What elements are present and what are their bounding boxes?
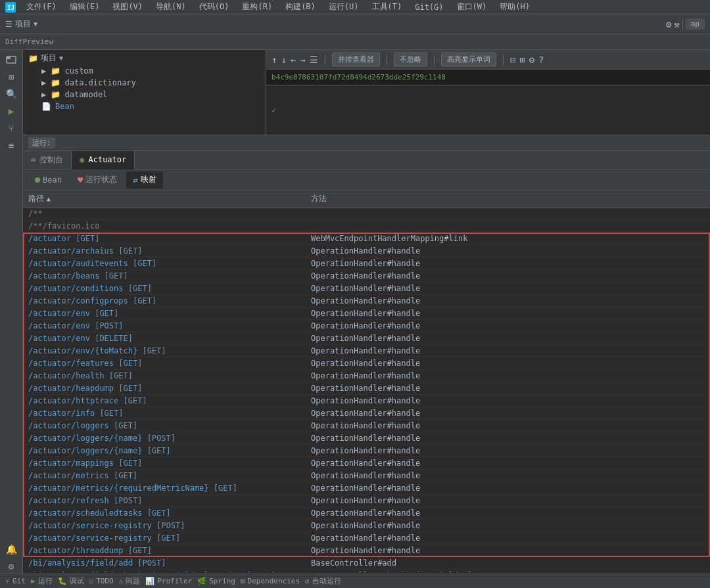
table-row-5[interactable]: /actuator/configprops [GET] OperationHan… xyxy=(23,295,710,307)
table-row-21[interactable]: /actuator/refresh [POST] OperationHandle… xyxy=(23,495,710,507)
table-row-3[interactable]: /actuator/beans [GET] OperationHandler#h… xyxy=(23,270,710,283)
diff-panel-icon[interactable]: ⊞ xyxy=(519,55,525,65)
table-row-15[interactable]: /actuator/loggers [GET] OperationHandler… xyxy=(23,420,710,432)
sidebar-project-icon[interactable] xyxy=(4,53,18,67)
menu-code[interactable]: 代码(O) xyxy=(197,0,232,14)
spring-status[interactable]: 🌿 Spring xyxy=(197,577,235,585)
sub-tab-run-status[interactable]: ♥ 运行状态 xyxy=(71,171,124,189)
todo-status[interactable]: ☑ TODO xyxy=(89,577,114,585)
menu-file[interactable]: 文件(F) xyxy=(24,0,59,14)
table-row-7[interactable]: /actuator/env [POST] OperationHandler#ha… xyxy=(23,320,710,332)
menu-refactor[interactable]: 重构(R) xyxy=(239,0,275,14)
table-row-23[interactable]: /actuator/service-registry [POST] Operat… xyxy=(23,520,710,532)
row-27-method: BaseController#checkUniqueFieldValue xyxy=(311,571,705,572)
menu-help[interactable]: 帮助(H) xyxy=(497,0,532,14)
file-item-custom[interactable]: ▶ 📁 custom xyxy=(28,65,260,77)
mapping-table[interactable]: /** /**/favicon.ico xyxy=(23,208,710,572)
table-row-27[interactable]: /bi/analysis/field/checkUniqueFieldValue… xyxy=(23,570,710,572)
table-row-13[interactable]: /actuator/httptrace [GET] OperationHandl… xyxy=(23,395,710,407)
diff-left-icon[interactable]: ← xyxy=(291,55,296,65)
table-row-11[interactable]: /actuator/health [GET] OperationHandler#… xyxy=(23,370,710,382)
sidebar-search-icon[interactable]: 🔍 xyxy=(4,87,18,101)
running-indicator-bar: 运行: xyxy=(23,135,710,151)
table-row-17[interactable]: /actuator/loggers/{name} [GET] Operation… xyxy=(23,445,710,457)
table-row-1[interactable]: /actuator/archaius [GET] OperationHandle… xyxy=(23,245,710,258)
table-row-8[interactable]: /actuator/env [DELETE] OperationHandler#… xyxy=(23,332,710,345)
problems-status[interactable]: ⚠ 问题 xyxy=(119,576,141,586)
sub-tab-bean[interactable]: Bean xyxy=(28,171,68,189)
table-row-2[interactable]: /actuator/auditevents [GET] OperationHan… xyxy=(23,258,710,270)
highlight-button[interactable]: 高亮显示单词 xyxy=(441,53,496,66)
sidebar-git-icon[interactable]: ⑂ xyxy=(4,121,18,135)
debug-status[interactable]: 🐛 调试 xyxy=(58,576,84,586)
table-row-26[interactable]: /bi/analysis/field/add [POST] BaseContro… xyxy=(23,557,710,570)
project-selector[interactable]: ☰ 项目 ▼ xyxy=(5,18,37,30)
sidebar-structure-icon[interactable]: ≡ xyxy=(4,138,18,152)
diff-up-icon[interactable]: ↑ xyxy=(272,55,277,65)
dependencies-icon: ⊞ xyxy=(241,577,245,585)
table-row-14[interactable]: /actuator/info [GET] OperationHandler#ha… xyxy=(23,407,710,420)
menu-view[interactable]: 视图(V) xyxy=(110,0,145,14)
folder-icon-data: ▶ 📁 xyxy=(41,78,60,87)
table-row-0[interactable]: /actuator [GET] WebMvcEndpointHandlerMap… xyxy=(23,233,710,245)
profiler-label: Profiler xyxy=(157,577,192,585)
row-19-method: OperationHandler#handle xyxy=(311,471,705,480)
profiler-status[interactable]: 📊 Profiler xyxy=(145,577,192,585)
table-row-18[interactable]: /actuator/mappings [GET] OperationHandle… xyxy=(23,457,710,470)
diff-right-icon[interactable]: → xyxy=(300,55,305,65)
menu-build[interactable]: 构建(B) xyxy=(283,0,318,14)
row-1-method: OperationHandler#handle xyxy=(311,246,705,256)
file-item-bean[interactable]: 📄 Bean xyxy=(28,101,260,112)
menu-git[interactable]: Git(G) xyxy=(412,1,446,13)
menu-run[interactable]: 运行(U) xyxy=(326,0,362,14)
menu-edit[interactable]: 编辑(E) xyxy=(67,0,103,14)
file-item-datamodel[interactable]: ▶ 📁 datamodel xyxy=(28,89,260,101)
diff-split-icon[interactable]: ⊟ xyxy=(510,55,515,65)
sidebar-notifications-icon[interactable]: 🔔 xyxy=(4,542,18,556)
dependencies-status[interactable]: ⊞ Dependencies xyxy=(241,577,300,585)
build-icon[interactable]: ⚒ xyxy=(674,19,679,30)
table-row-6[interactable]: /actuator/env [GET] OperationHandler#han… xyxy=(23,307,710,320)
row-20-method: OperationHandler#handle xyxy=(311,484,705,493)
auto-run-status[interactable]: ↺ 自动运行 xyxy=(305,576,341,586)
sort-icon[interactable]: ▲ xyxy=(47,195,51,202)
run-status[interactable]: ▶ 运行 xyxy=(31,576,53,586)
sidebar-bookmark-icon[interactable]: ⊞ xyxy=(4,70,18,84)
sub-tab-mapping[interactable]: ⇄ 映射 xyxy=(126,171,162,189)
table-row-10[interactable]: /actuator/features [GET] OperationHandle… xyxy=(23,357,710,370)
ap-button[interactable]: ap xyxy=(686,18,705,30)
diff-list-icon[interactable]: ☰ xyxy=(310,55,318,65)
table-row-12[interactable]: /actuator/heapdump [GET] OperationHandle… xyxy=(23,382,710,395)
menu-window[interactable]: 窗口(W) xyxy=(454,0,490,14)
row-4-method: OperationHandler#handle xyxy=(311,284,705,293)
diff-down-icon[interactable]: ↓ xyxy=(281,55,286,65)
table-row-22[interactable]: /actuator/scheduledtasks [GET] Operation… xyxy=(23,507,710,520)
row-14-path: /actuator/info [GET] xyxy=(28,409,311,418)
separator-row-wildcard[interactable]: /** xyxy=(23,208,710,220)
separator-row-favicon[interactable]: /**/favicon.ico xyxy=(23,220,710,233)
row-18-method: OperationHandler#handle xyxy=(311,459,705,468)
tab-actuator[interactable]: ◉ Actuator xyxy=(72,151,135,170)
table-row-9[interactable]: /actuator/env/{toMatch} [GET] OperationH… xyxy=(23,345,710,357)
diff-preview-title: DiffPreview xyxy=(5,37,53,46)
table-row-24[interactable]: /actuator/service-registry [GET] Operati… xyxy=(23,532,710,545)
tab-console[interactable]: ⌨ 控制台 xyxy=(23,151,72,170)
parallel-view-button[interactable]: 并排查看器 xyxy=(332,53,380,66)
menu-tools[interactable]: 工具(T) xyxy=(369,0,405,14)
diff-help-icon[interactable]: ? xyxy=(538,55,544,65)
project-dropdown[interactable]: ▼ xyxy=(59,55,63,62)
settings-icon[interactable]: ⚙ xyxy=(666,19,671,30)
diff-settings-icon[interactable]: ⚙ xyxy=(529,55,534,65)
table-row-4[interactable]: /actuator/conditions [GET] OperationHand… xyxy=(23,283,710,295)
sidebar-settings-icon[interactable]: ⚙ xyxy=(4,559,18,574)
table-row-19[interactable]: /actuator/metrics [GET] OperationHandler… xyxy=(23,470,710,482)
table-row-20[interactable]: /actuator/metrics/{requiredMetricName} [… xyxy=(23,482,710,495)
sidebar-run-icon[interactable]: ▶ xyxy=(4,104,18,118)
ignore-button[interactable]: 不忽略 xyxy=(394,53,427,66)
table-row-25[interactable]: /actuator/threaddump [GET] OperationHand… xyxy=(23,545,710,557)
table-row-16[interactable]: /actuator/loggers/{name} [POST] Operatio… xyxy=(23,432,710,445)
menu-navigate[interactable]: 导航(N) xyxy=(153,0,189,14)
file-item-data-dictionary[interactable]: ▶ 📁 data.dictionary xyxy=(28,77,260,89)
sub-tab-run-label: 运行状态 xyxy=(85,174,117,185)
git-status[interactable]: ⑂ Git xyxy=(5,577,26,585)
